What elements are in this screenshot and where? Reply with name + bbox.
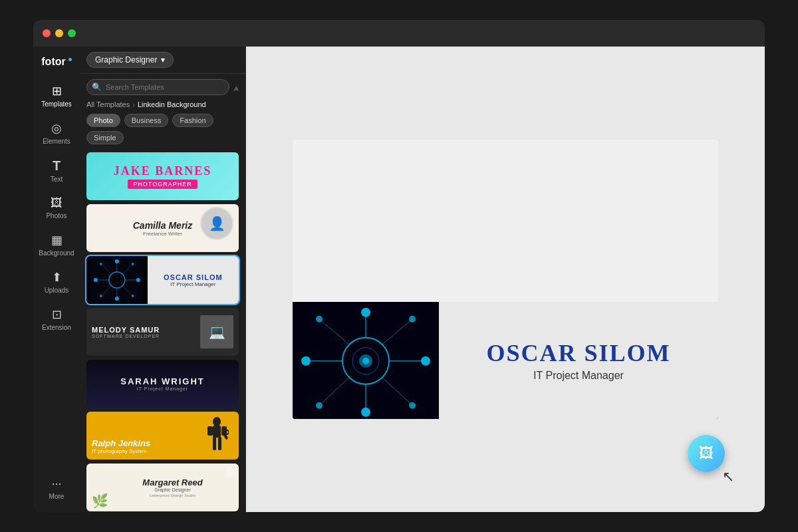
template-oscar-silom[interactable]: OSCAR SILOM IT Project Manager: [86, 256, 239, 304]
melody-img: 💻: [200, 315, 233, 348]
template-margaret-reed[interactable]: ♡ 🌿 Margaret Reed Graphic Designer Lette…: [86, 464, 239, 511]
margaret-heart-badge[interactable]: ♡: [225, 466, 236, 477]
logo: fotor: [41, 56, 65, 68]
svg-point-38: [361, 407, 370, 416]
filter-tag-photo[interactable]: Photo: [86, 114, 120, 127]
background-icon: ▦: [51, 233, 63, 247]
extension-label: Extension: [42, 324, 71, 331]
svg-point-14: [100, 263, 102, 265]
sidebar: fotor ⊞ Templates ◎ Elements T Text 🖼 Ph…: [33, 47, 80, 512]
svg-point-37: [361, 307, 370, 317]
svg-point-41: [316, 315, 323, 322]
search-wrapper: 🔍: [86, 79, 229, 95]
svg-point-40: [421, 356, 430, 365]
svg-point-43: [316, 402, 323, 408]
jake-subtitle: PHOTOGRAPHER: [128, 180, 197, 189]
svg-point-16: [100, 295, 102, 297]
svg-point-12: [94, 278, 98, 282]
svg-point-17: [132, 295, 134, 297]
svg-point-10: [115, 259, 119, 263]
breadcrumb-all[interactable]: All Templates: [86, 100, 130, 108]
sidebar-item-more[interactable]: ··· More: [37, 471, 76, 505]
top-bar: Graphic Designer ▾: [80, 47, 245, 74]
filter-tag-business[interactable]: Business: [124, 114, 169, 127]
svg-rect-20: [207, 426, 213, 436]
search-row: 🔍 ⟁: [80, 74, 245, 98]
margaret-leaf: 🌿: [92, 493, 108, 509]
template-melody-samur[interactable]: MELODY SAMUR SOFTWARE DEVELOPER 💻: [86, 308, 239, 356]
more-icon: ···: [51, 477, 61, 491]
uploads-label: Uploads: [45, 287, 69, 294]
canvas-neural-image: [293, 302, 439, 419]
close-button[interactable]: [43, 29, 51, 37]
canvas-preview: OSCAR SILOM IT Project Manager: [293, 140, 718, 419]
margaret-name: Margaret Reed: [142, 477, 202, 487]
canvas-subtitle: IT Project Manager: [533, 370, 624, 382]
svg-rect-22: [213, 437, 216, 450]
sidebar-item-background[interactable]: ▦ Background: [37, 227, 76, 262]
app-body: fotor ⊞ Templates ◎ Elements T Text 🖼 Ph…: [33, 47, 765, 512]
uploads-icon: ⬆: [52, 270, 62, 285]
cursor-indicator: ↖: [722, 468, 734, 485]
margaret-role: Graphic Designer: [154, 487, 190, 492]
svg-point-13: [136, 278, 140, 282]
svg-point-42: [409, 315, 416, 322]
more-label: More: [49, 493, 65, 500]
filter-tag-simple[interactable]: Simple: [86, 131, 124, 144]
template-ralph-jenkins[interactable]: Ralph Jenkins IT photography System: [86, 412, 239, 460]
photos-icon: 🖼: [51, 196, 63, 210]
canvas-top: [293, 140, 718, 302]
sidebar-item-uploads[interactable]: ⬆ Uploads: [37, 265, 76, 299]
canvas-banner: OSCAR SILOM IT Project Manager: [293, 302, 718, 419]
chevron-down-icon: ▾: [161, 55, 165, 65]
filter-tag-fashion[interactable]: Fashion: [172, 114, 213, 127]
template-sarah-wright[interactable]: SARAH WRIGHT IT Project Manager: [86, 360, 239, 408]
heart-bookmark-icon: 🖼: [699, 445, 714, 462]
mode-selector[interactable]: Graphic Designer ▾: [86, 52, 174, 68]
canvas-title: OSCAR SILOM: [486, 339, 670, 367]
melody-name: MELODY SAMUR: [92, 326, 160, 334]
elements-icon: ◎: [51, 121, 62, 136]
templates-icon: ⊞: [52, 84, 62, 98]
search-input[interactable]: [86, 79, 229, 95]
traffic-lights: [43, 29, 76, 37]
text-label: Text: [51, 176, 63, 183]
ralph-silhouette: [205, 416, 229, 460]
oscar-neural-img: [86, 256, 148, 304]
sidebar-item-photos[interactable]: 🖼 Photos: [37, 191, 76, 225]
svg-point-18: [213, 417, 221, 426]
breadcrumb-current: Linkedin Background: [138, 100, 206, 108]
svg-rect-23: [218, 437, 221, 450]
canvas-area: OSCAR SILOM IT Project Manager 🖼 ↖: [246, 47, 765, 512]
minimize-button[interactable]: [55, 29, 63, 37]
canvas-neural-svg: [293, 302, 439, 419]
ralph-name: Ralph Jenkins: [92, 438, 150, 448]
titlebar: [33, 20, 765, 47]
templates-label: Templates: [41, 100, 72, 108]
sidebar-item-templates[interactable]: ⊞ Templates: [37, 78, 76, 113]
sidebar-item-elements[interactable]: ◎ Elements: [37, 116, 76, 150]
svg-rect-19: [213, 426, 221, 438]
template-jake-barnes[interactable]: JAKE BARNES PHOTOGRAPHER: [86, 152, 239, 200]
sidebar-item-text[interactable]: T Text: [37, 153, 76, 188]
elements-label: Elements: [43, 138, 70, 145]
svg-point-11: [115, 297, 119, 301]
search-icon: 🔍: [92, 82, 102, 92]
svg-point-39: [301, 356, 311, 365]
breadcrumb-separator: ›: [132, 100, 135, 108]
filter-tags: Photo Business Fashion Simple: [80, 111, 245, 150]
template-camilla-meriz[interactable]: 👤 Camilla Meriz Freelance Writer: [86, 204, 239, 252]
save-template-button[interactable]: 🖼: [688, 435, 725, 472]
melody-role: SOFTWARE DEVELOPER: [92, 334, 160, 338]
maximize-button[interactable]: [68, 29, 76, 37]
templates-panel: Graphic Designer ▾ 🔍 ⟁ All Templates › L…: [80, 47, 246, 512]
text-icon: T: [53, 158, 61, 174]
canvas-text: OSCAR SILOM IT Project Manager: [439, 302, 718, 419]
photos-label: Photos: [46, 212, 66, 219]
breadcrumb: All Templates › Linkedin Background: [80, 98, 245, 111]
templates-list: JAKE BARNES PHOTOGRAPHER 👤 Camilla Meriz…: [80, 150, 245, 512]
sidebar-item-extension[interactable]: ⊡ Extension: [37, 302, 76, 336]
filter-icon[interactable]: ⟁: [233, 82, 239, 92]
camilla-subtitle: Freelance Writer: [143, 231, 182, 237]
ralph-role: IT photography System: [92, 448, 150, 454]
